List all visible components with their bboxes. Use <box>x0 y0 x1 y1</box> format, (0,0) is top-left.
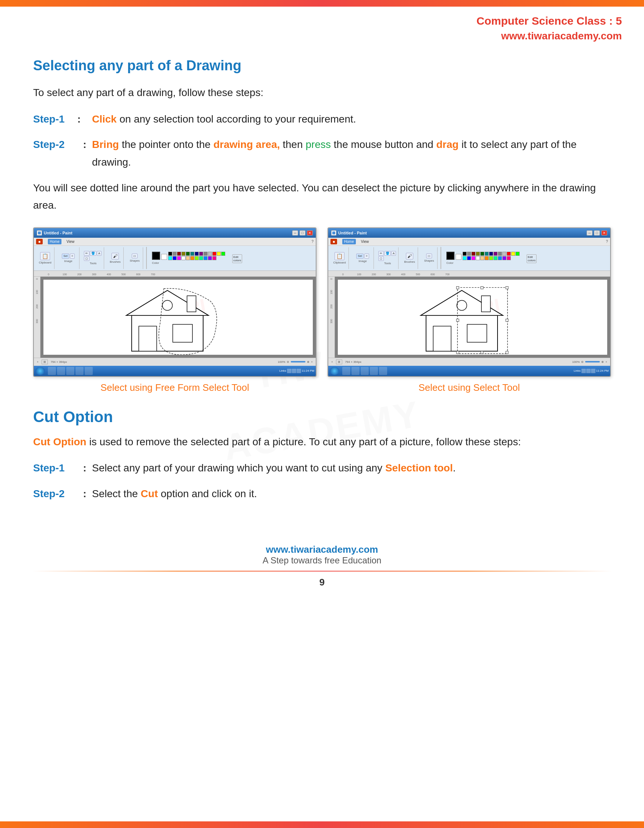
taskbar-icon3-left[interactable] <box>66 367 74 375</box>
text-tool-left[interactable]: A <box>97 251 102 256</box>
top-bar <box>0 0 644 6</box>
ribbon-left: 📋 Clipboard Sel ⌗ Image ✏ <box>34 246 316 271</box>
close-btn-left[interactable]: ✕ <box>307 231 313 235</box>
paste-btn-right[interactable]: 📋 <box>335 252 345 260</box>
taskbar-icon4-left[interactable] <box>75 367 83 375</box>
section1-heading: Selecting any part of a Drawing <box>33 58 611 74</box>
menubar-left: ■ Home View ? <box>34 238 316 246</box>
header-title: Computer Science Class : 5 <box>476 13 622 29</box>
taskbar-icon1-left[interactable] <box>48 367 56 375</box>
image-label-right: Image <box>359 259 367 263</box>
svg-rect-19 <box>481 286 483 289</box>
edit-colors-btn-left[interactable]: Editcolors <box>232 254 242 263</box>
taskbar-icon2-left[interactable] <box>57 367 65 375</box>
start-btn-left[interactable] <box>35 367 45 375</box>
clipboard-label-left: Clipboard <box>39 261 51 264</box>
titlebar-right: Untitled - Paint ─ □ ✕ <box>328 228 610 238</box>
tools-group-right: ✏ 🪣 A ◻ Tools <box>377 247 398 269</box>
pencil-tool-left[interactable]: ✏ <box>84 251 89 256</box>
home-menu-left[interactable]: Home <box>48 239 61 245</box>
view-menu-left[interactable]: View <box>67 240 75 244</box>
svg-rect-13 <box>481 295 490 312</box>
shapes-group-left: ▭ Shapes <box>127 247 143 269</box>
clipboard-group-left: 📋 Clipboard <box>36 247 55 269</box>
tools-group-left: ✏ 🪣 A ◻ Tools <box>82 247 104 269</box>
step2-mid1: the pointer onto the <box>119 139 213 150</box>
color-palette-right <box>462 252 522 260</box>
canvas-left[interactable]: TIWARI <box>44 280 313 355</box>
fill-tool-left[interactable]: 🪣 <box>90 251 96 256</box>
step2-mid3: the mouse button and <box>331 139 436 150</box>
close-btn-right[interactable]: ✕ <box>601 231 607 235</box>
taskbar-icon1-right[interactable] <box>342 367 350 375</box>
taskbar-icon5-right[interactable] <box>379 367 387 375</box>
cut-step2-content: Select the Cut option and click on it. <box>92 485 611 503</box>
paste-btn-left[interactable]: 📋 <box>40 252 50 260</box>
header-text: Computer Science Class : 5 www.tiwariaca… <box>476 13 622 43</box>
fill-tool-right[interactable]: 🪣 <box>384 251 391 256</box>
eraser-tool-right[interactable]: ◻ <box>378 256 384 261</box>
cut-step2-colon: : <box>77 485 92 503</box>
cut-step1-text2: . <box>453 462 456 474</box>
zoom-left: 100% <box>278 360 285 364</box>
taskbar-left: Links 11:24 PM <box>34 366 316 376</box>
shapes-label-right: Shapes <box>424 259 434 262</box>
color-section-left: Color <box>150 251 229 265</box>
image-label-left: Image <box>64 259 72 263</box>
svg-rect-18 <box>506 351 508 354</box>
minimize-btn-left[interactable]: ─ <box>292 231 298 235</box>
view-menu-right[interactable]: View <box>361 240 369 244</box>
color-palette-left <box>168 252 227 260</box>
bottom-bar <box>0 822 644 828</box>
tools-label-left: Tools <box>90 262 97 265</box>
cut-step2-row: Step-2 : Select the Cut option and click… <box>33 485 611 503</box>
shapes-btn-left[interactable]: ▭ <box>132 254 138 258</box>
select-btn-left[interactable]: Sel <box>62 254 69 259</box>
step2-row: Step-2 : Bring the pointer onto the draw… <box>33 136 611 171</box>
step1-row: Step-1 : Click on any selection tool acc… <box>33 110 611 128</box>
step2-drawing-area: drawing area, <box>213 139 280 150</box>
brushes-btn-right[interactable]: 🖌 <box>406 253 413 259</box>
image-group-right: Sel ⌗ Image <box>352 247 374 269</box>
footer-website: www.tiwariacademy.com <box>0 544 644 555</box>
file-menu-right[interactable]: ■ <box>331 239 337 245</box>
svg-rect-4 <box>172 324 192 342</box>
maximize-btn-right[interactable]: □ <box>594 231 600 235</box>
brushes-btn-left[interactable]: 🖌 <box>111 253 119 259</box>
cut-intro-highlight: Cut Option <box>33 436 86 447</box>
cut-step1-row: Step-1 : Select any part of your drawing… <box>33 459 611 477</box>
titlebar-left: Untitled - Paint ─ □ ✕ <box>34 228 316 238</box>
step1-label: Step-1 <box>33 110 77 128</box>
taskbar-icon4-right[interactable] <box>370 367 378 375</box>
help-icon-right[interactable]: ? <box>606 240 608 244</box>
start-btn-right[interactable] <box>330 367 339 375</box>
taskbar-icon3-right[interactable] <box>360 367 369 375</box>
paint-title-left: Untitled - Paint <box>44 231 72 235</box>
svg-rect-10 <box>433 326 451 351</box>
svg-rect-11 <box>467 324 486 342</box>
crop-btn-left[interactable]: ⌗ <box>70 254 75 259</box>
cut-intro-rest: is used to remove the selected part of a… <box>86 436 521 447</box>
help-icon-left[interactable]: ? <box>311 240 313 244</box>
eraser-tool-left[interactable]: ◻ <box>84 256 89 261</box>
edit-colors-btn-right[interactable]: Editcolors <box>526 254 537 263</box>
paint-window-left: Untitled - Paint ─ □ ✕ ■ Home View ? <box>33 227 317 377</box>
home-menu-right[interactable]: Home <box>342 239 356 245</box>
crop-btn-right[interactable]: ⌗ <box>364 254 369 259</box>
svg-rect-3 <box>139 326 157 351</box>
minimize-btn-right[interactable]: ─ <box>587 231 592 235</box>
select-btn-right[interactable]: Sel <box>356 254 364 259</box>
screenshots-container: Untitled - Paint ─ □ ✕ ■ Home View ? <box>33 227 611 394</box>
canvas-right[interactable]: TIWARI <box>338 280 607 355</box>
menubar-right: ■ Home View ? <box>328 238 610 246</box>
house-svg-left: TIWARI <box>44 280 313 355</box>
shapes-btn-right[interactable]: ▭ <box>426 254 432 258</box>
maximize-btn-left[interactable]: □ <box>299 231 306 235</box>
taskbar-icon2-right[interactable] <box>351 367 360 375</box>
file-menu-left[interactable]: ■ <box>36 239 43 245</box>
text-tool-right[interactable]: A <box>391 251 396 256</box>
image-group-left: Sel ⌗ Image <box>57 247 80 269</box>
step1-colon: : <box>77 110 92 128</box>
pencil-tool-right[interactable]: ✏ <box>378 251 384 256</box>
taskbar-icon5-left[interactable] <box>85 367 93 375</box>
